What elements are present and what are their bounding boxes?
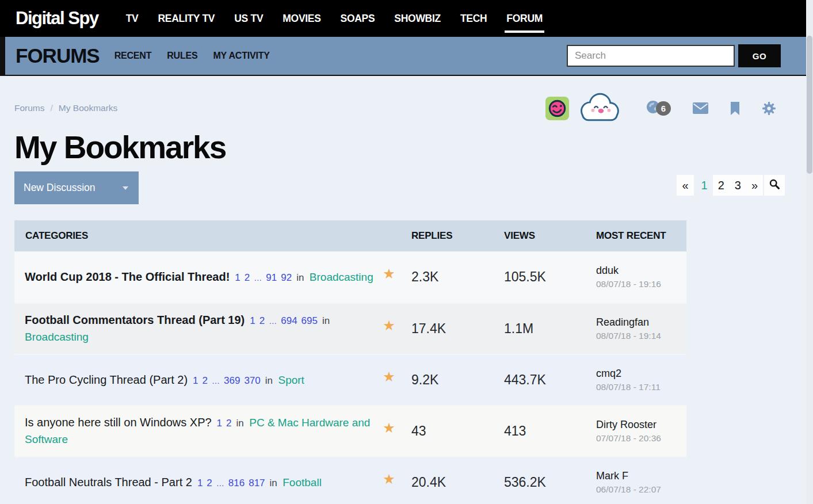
search-input[interactable] — [567, 45, 735, 67]
new-discussion-label: New Discussion — [24, 182, 95, 194]
actions-row: New Discussion « 123 » — [14, 171, 799, 204]
views-count: 443.7K — [496, 372, 588, 388]
nav-item-tech[interactable]: TECH — [460, 13, 487, 25]
search-go-button[interactable]: GO — [738, 44, 781, 67]
main-nav: TVREALITY TVUS TVMOVIESSOAPSSHOWBIZTECHF… — [126, 13, 543, 25]
page-number-link[interactable]: 1 — [217, 418, 222, 429]
recent-user-link[interactable]: cmq2 — [596, 368, 686, 380]
thread-page-links: 12 — [217, 418, 236, 428]
breadcrumb-forums[interactable]: Forums — [14, 103, 45, 113]
table-row: Football Commentators Thread (Part 19)12… — [14, 303, 686, 354]
category-link[interactable]: Sport — [278, 374, 304, 386]
pagination-page-2[interactable]: 2 — [713, 175, 730, 196]
pagination-next[interactable]: » — [746, 175, 763, 196]
recent-date: 08/07/18 - 17:11 — [596, 382, 686, 392]
user-icon-bar: 6 — [545, 91, 776, 125]
forums-title[interactable]: FORUMS — [16, 44, 100, 67]
pagination-pages: 123 — [696, 175, 746, 196]
page-number-link[interactable]: 2 — [207, 478, 212, 488]
forum-nav-recent[interactable]: RECENT — [114, 51, 152, 61]
thread-page-links: 12…694695 — [250, 316, 322, 326]
replies-count: 9.2K — [401, 372, 496, 388]
forum-bar-nav: RECENTRULESMY ACTIVITY — [114, 51, 270, 61]
page-number-link[interactable]: 2 — [203, 375, 208, 386]
recent-date: 06/07/18 - 22:07 — [596, 484, 686, 495]
gear-icon[interactable] — [762, 101, 776, 116]
table-row: The Pro Cycling Thread (Part 2)12…369370… — [14, 354, 686, 405]
recent-user-link[interactable]: Dirty Rooster — [596, 419, 686, 431]
page-number-link[interactable]: 370 — [244, 375, 260, 386]
envelope-icon[interactable] — [693, 102, 708, 114]
breadcrumb-my-bookmarks[interactable]: My Bookmarks — [59, 103, 118, 113]
thread-title-link[interactable]: Football Neutrals Thread - Part 2 — [25, 476, 192, 488]
pagination-page-3[interactable]: 3 — [730, 175, 746, 196]
nav-item-movies[interactable]: MOVIES — [283, 13, 320, 25]
page-number-link[interactable]: 1 — [193, 375, 198, 386]
page-number-link[interactable]: 91 — [266, 272, 277, 283]
page-ellipsis: … — [216, 479, 224, 488]
page-number-link[interactable]: 816 — [228, 478, 245, 488]
scrollbar-thumb[interactable] — [807, 36, 812, 174]
recent-user-link[interactable]: dduk — [596, 265, 686, 277]
nav-item-showbiz[interactable]: SHOWBIZ — [394, 13, 441, 25]
views-count: 105.5K — [496, 269, 588, 285]
nav-item-us-tv[interactable]: US TV — [234, 13, 263, 25]
category-link[interactable]: Football — [283, 476, 322, 488]
bookmark-star-icon[interactable]: ★ — [383, 319, 395, 333]
page-number-link[interactable]: 2 — [226, 418, 231, 429]
page-number-link[interactable]: 2 — [259, 315, 265, 326]
notifications-button[interactable]: 6 — [646, 100, 671, 116]
page-number-link[interactable]: 92 — [281, 272, 292, 283]
page-number-link[interactable]: 695 — [301, 315, 318, 326]
page-number-link[interactable]: 694 — [281, 315, 297, 326]
header-views: VIEWS — [496, 230, 588, 242]
pagination-search-button[interactable] — [764, 175, 785, 196]
avatars — [545, 91, 624, 125]
pagination-prev[interactable]: « — [677, 175, 693, 196]
new-discussion-button[interactable]: New Discussion — [14, 171, 139, 204]
scrollbar[interactable] — [806, 0, 813, 504]
in-label: in — [296, 272, 304, 283]
smiley-avatar[interactable] — [545, 97, 569, 120]
nav-item-tv[interactable]: TV — [126, 13, 139, 25]
nav-item-forum[interactable]: FORUM — [506, 13, 543, 25]
page-number-link[interactable]: 369 — [224, 375, 240, 386]
forum-nav-my-activity[interactable]: MY ACTIVITY — [213, 51, 269, 61]
breadcrumb-row: Forums/My Bookmarks — [14, 91, 799, 125]
bookmark-star-icon[interactable]: ★ — [383, 421, 395, 435]
page-ellipsis: … — [254, 273, 262, 282]
digital-spy-logo[interactable]: Digital Spy — [16, 8, 98, 29]
category-link[interactable]: Broadcasting — [310, 271, 373, 283]
notification-count-badge: 6 — [656, 101, 671, 116]
page-number-link[interactable]: 817 — [249, 478, 265, 488]
thread-title-link[interactable]: Is anyone here still on Windows XP? — [25, 416, 212, 429]
thread-title-link[interactable]: Football Commentators Thread (Part 19) — [25, 314, 245, 326]
header-most-recent: MOST RECENT — [588, 230, 686, 242]
pagination: « 123 » — [677, 175, 785, 196]
category-link[interactable]: Broadcasting — [25, 331, 89, 343]
in-label: in — [236, 418, 244, 429]
bookmark-icon[interactable] — [730, 102, 740, 115]
recent-user-link[interactable]: Mark F — [596, 470, 686, 482]
thread-title-link[interactable]: The Pro Cycling Thread (Part 2) — [25, 373, 188, 386]
page-number-link[interactable]: 1 — [250, 315, 255, 326]
recent-date: 08/07/18 - 19:14 — [596, 331, 686, 341]
page-number-link[interactable]: 1 — [197, 478, 203, 488]
recent-user-link[interactable]: Readingfan — [596, 316, 686, 329]
nav-item-soaps[interactable]: SOAPS — [341, 13, 375, 25]
table-row: Is anyone here still on Windows XP?12in … — [14, 405, 686, 456]
bookmark-star-icon[interactable]: ★ — [383, 267, 395, 281]
bookmark-star-icon[interactable]: ★ — [383, 370, 395, 384]
page-number-link[interactable]: 1 — [235, 272, 240, 283]
nav-item-reality-tv[interactable]: REALITY TV — [158, 13, 215, 25]
thread-title-link[interactable]: World Cup 2018 - The Official Thread! — [25, 270, 230, 283]
forum-bar: FORUMS RECENTRULESMY ACTIVITY GO — [5, 37, 808, 75]
breadcrumb: Forums/My Bookmarks — [14, 103, 117, 113]
header-replies: REPLIES — [401, 230, 496, 242]
forum-nav-rules[interactable]: RULES — [167, 51, 197, 61]
page-number-link[interactable]: 2 — [245, 272, 250, 283]
cloud-avatar[interactable] — [574, 91, 624, 125]
bookmark-star-icon[interactable]: ★ — [383, 472, 395, 486]
thread-page-links: 12…9192 — [235, 273, 296, 282]
magnifier-icon — [769, 179, 780, 192]
